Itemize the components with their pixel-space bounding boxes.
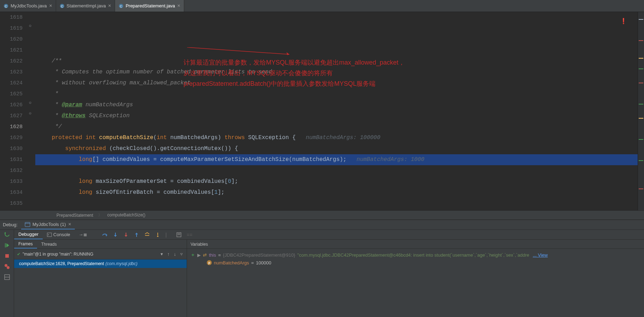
code-line[interactable]	[35, 45, 638, 56]
svg-text:C: C	[61, 4, 63, 8]
prev-frame-icon[interactable]: ↑	[166, 251, 171, 257]
application-icon	[25, 222, 30, 227]
svg-rect-11	[5, 243, 6, 247]
code-editor[interactable]: 1618161916201621162216231624162516261627…	[0, 12, 644, 210]
filter-icon[interactable]: ▿	[179, 251, 184, 257]
frames-pane: Frames Threads ✔ "main"@1 in group "main…	[14, 240, 187, 317]
evaluate-icon[interactable]	[176, 232, 182, 238]
dropdown-icon[interactable]: ▾	[160, 251, 164, 257]
svg-point-14	[5, 264, 7, 267]
debug-controls	[0, 230, 14, 317]
code-line[interactable]: * without overflowing max_allowed_packet…	[35, 78, 638, 89]
svg-marker-21	[114, 235, 117, 237]
add-icon[interactable]: ＋	[191, 252, 195, 258]
code-line[interactable]: long[] combinedValues = computeMaxParame…	[35, 154, 638, 165]
debug-run-tab[interactable]: MyJdbcTools (1) ✕	[21, 220, 75, 229]
step-out-icon[interactable]	[134, 232, 139, 238]
file-tab[interactable]: CMyJdbcTools.java✕	[0, 0, 56, 12]
tab-console[interactable]: Console	[43, 230, 74, 239]
check-icon: ✔	[17, 252, 20, 257]
force-step-into-icon[interactable]	[123, 232, 129, 238]
debug-toolbar: Debugger Console →≣ | ≡≡	[14, 230, 644, 240]
code-line[interactable]: long maxSizeOfParameterSet = combinedVal…	[35, 176, 638, 187]
param-glyph-icon: p	[207, 260, 212, 265]
class-icon: C	[119, 4, 124, 8]
code-line[interactable]: long sizeOfEntireBatch = combinedValues[…	[35, 187, 638, 198]
next-frame-icon[interactable]: ↓	[173, 251, 177, 257]
svg-marker-23	[125, 235, 127, 237]
svg-point-15	[7, 266, 10, 269]
breadcrumb-class[interactable]: PreparedStatement	[56, 213, 93, 218]
breadcrumb[interactable]: PreparedStatement computeBatchSize()	[0, 210, 644, 220]
stop-icon[interactable]	[4, 253, 10, 259]
debug-label: Debug:	[3, 222, 18, 227]
resume-icon[interactable]	[4, 243, 10, 248]
code-line[interactable]: /**	[35, 56, 638, 67]
tab-frames[interactable]: Frames	[14, 240, 37, 249]
tab-debugger[interactable]: Debugger	[14, 230, 43, 239]
code-line[interactable]	[35, 165, 638, 176]
close-icon[interactable]: ✕	[68, 222, 71, 227]
step-into-icon[interactable]	[113, 232, 118, 238]
svg-marker-12	[6, 243, 9, 247]
code-line[interactable]: */	[35, 121, 638, 132]
code-line[interactable]: int maxAllowedPacket = this.connection.g…	[35, 209, 638, 210]
breadcrumb-method[interactable]: computeBatchSize()	[98, 212, 145, 218]
rerun-icon[interactable]	[4, 232, 10, 238]
tab-threads[interactable]: Threads	[37, 240, 61, 249]
disabled-icon: ≡≡	[187, 232, 192, 238]
line-gutter: 1618161916201621162216231624162516261627…	[0, 12, 28, 210]
debug-header: Debug: MyJdbcTools (1) ✕	[0, 220, 644, 230]
var-arg[interactable]: p numBatchedArgs = 100000	[191, 259, 640, 267]
svg-rect-28	[157, 236, 158, 237]
step-over-icon[interactable]	[102, 232, 108, 238]
svg-text:C: C	[5, 4, 7, 8]
svg-rect-8	[25, 222, 30, 227]
thread-selector[interactable]: ✔ "main"@1 in group "main": RUNNING ▾ ↑ …	[14, 249, 187, 259]
drop-frame-icon[interactable]	[144, 232, 150, 238]
code-area[interactable]: ❗ /** * Computes the optimum number of b…	[35, 12, 638, 210]
code-line[interactable]: *	[35, 89, 638, 100]
layout-icon[interactable]	[4, 274, 10, 280]
tab-more[interactable]: →≣	[74, 230, 91, 239]
file-tab[interactable]: CStatementImpl.java✕	[56, 0, 115, 12]
error-icon[interactable]: ❗	[620, 16, 627, 27]
class-icon: C	[4, 4, 8, 8]
stack-frame[interactable]: computeBatchSize:1628, PreparedStatement…	[14, 259, 187, 268]
debug-panel: Debug: MyJdbcTools (1) ✕ Debugger Consol…	[0, 220, 644, 317]
view-link[interactable]: ... View	[533, 252, 548, 258]
svg-marker-25	[135, 233, 138, 234]
two-way-icon: ⇄	[203, 252, 207, 258]
close-icon[interactable]: ✕	[108, 4, 111, 8]
code-line[interactable]: * @param numBatchedArgs	[35, 100, 638, 110]
code-line[interactable]: synchronized (checkClosed().getConnectio…	[35, 143, 638, 154]
fold-marks: ⊖ ⊖ ⊖	[28, 12, 35, 210]
editor-tabs: CMyJdbcTools.java✕CStatementImpl.java✕CP…	[0, 0, 644, 12]
expand-icon[interactable]: ▶	[197, 252, 201, 258]
run-to-cursor-icon[interactable]	[155, 232, 161, 238]
code-line[interactable]: protected int computeBatchSize(int numBa…	[35, 132, 638, 143]
svg-rect-18	[47, 233, 52, 237]
close-icon[interactable]: ✕	[49, 4, 52, 8]
breakpoints-icon[interactable]	[4, 264, 10, 269]
code-line[interactable]	[35, 198, 638, 209]
class-icon: C	[60, 4, 65, 8]
step-controls: | ≡≡	[102, 232, 192, 238]
console-icon	[47, 232, 52, 237]
code-line[interactable]: * Computes the optimum number of batched…	[35, 67, 638, 78]
minimap[interactable]	[638, 12, 644, 210]
var-this[interactable]: ＋ ▶ ⇄ this = {JDBC42PreparedStatement@91…	[191, 251, 640, 259]
svg-text:C: C	[120, 4, 122, 8]
file-tab[interactable]: CPreparedStatement.java✕	[115, 0, 184, 12]
close-icon[interactable]: ✕	[177, 4, 180, 8]
variables-header: Variables	[187, 240, 644, 249]
variables-pane: Variables ＋ ▶ ⇄ this = {JDBC42PreparedSt…	[187, 240, 644, 317]
svg-rect-13	[5, 254, 9, 258]
code-line[interactable]: * @throws SQLException	[35, 110, 638, 121]
